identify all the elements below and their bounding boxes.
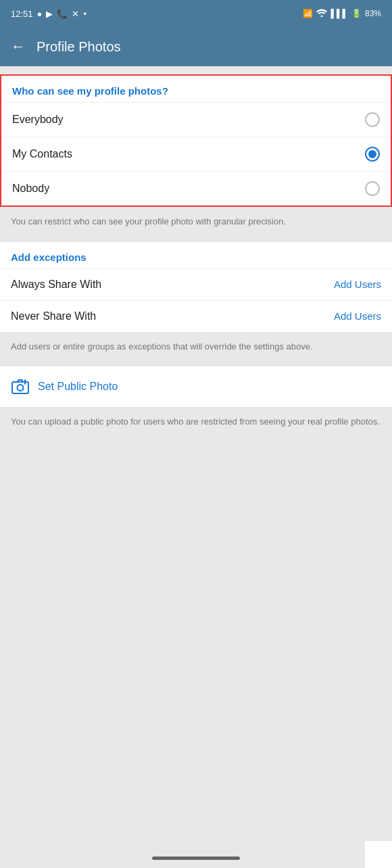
status-right: 📶 ▌▌▌ 🔋 83%	[303, 9, 381, 19]
exceptions-title: Add exceptions	[0, 242, 392, 268]
visibility-section-title: Who can see my profile photos?	[1, 76, 391, 102]
main-content: Who can see my profile photos? Everybody…	[0, 66, 392, 868]
wifi-icon	[316, 9, 327, 19]
bottom-right-decoration	[365, 841, 392, 868]
always-share-row: Always Share With Add Users	[0, 268, 392, 300]
battery-percent: 83%	[365, 9, 381, 18]
youtube-icon: ▶	[46, 9, 53, 19]
svg-point-2	[18, 385, 24, 391]
never-share-label: Never Share With	[11, 310, 96, 322]
never-share-add-users-button[interactable]: Add Users	[334, 310, 381, 322]
divider-2	[0, 361, 392, 366]
never-share-row: Never Share With Add Users	[0, 300, 392, 332]
svg-point-0	[321, 15, 323, 17]
phone-icon: 📞	[57, 9, 68, 19]
option-everybody-radio[interactable]	[365, 112, 380, 127]
exceptions-section: Add exceptions Always Share With Add Use…	[0, 242, 392, 332]
divider-1	[0, 237, 392, 242]
battery-icon: 🔋	[351, 9, 362, 18]
signal-bars-icon: ▌▌▌	[330, 9, 348, 18]
radio-selected-dot	[368, 150, 376, 158]
always-share-add-users-button[interactable]: Add Users	[334, 279, 381, 290]
option-mycontacts-radio[interactable]	[365, 147, 380, 162]
option-mycontacts[interactable]: My Contacts	[1, 137, 391, 171]
back-button[interactable]: ←	[11, 38, 26, 55]
option-nobody-radio[interactable]	[365, 181, 380, 196]
dot-icon: •	[83, 9, 87, 19]
svg-rect-1	[12, 382, 28, 393]
set-public-photo-row[interactable]: Set Public Photo	[0, 366, 392, 407]
time-display: 12:51	[11, 9, 33, 19]
status-bar: 12:51 ● ▶ 📞 ✕ • 📶 ▌▌▌ 🔋 83%	[0, 0, 392, 27]
option-mycontacts-label: My Contacts	[12, 148, 72, 160]
exceptions-description: Add users or entire groups as exceptions…	[0, 332, 392, 362]
option-nobody[interactable]: Nobody	[1, 171, 391, 206]
camera-add-icon	[11, 377, 30, 396]
x-icon: ✕	[72, 9, 79, 19]
option-nobody-label: Nobody	[12, 183, 49, 195]
set-public-photo-label: Set Public Photo	[38, 381, 118, 393]
option-everybody-label: Everybody	[12, 114, 64, 126]
visibility-description: You can restrict who can see your profil…	[0, 207, 392, 237]
visibility-section: Who can see my profile photos? Everybody…	[0, 74, 392, 207]
always-share-label: Always Share With	[11, 279, 101, 291]
option-everybody[interactable]: Everybody	[1, 102, 391, 137]
app-bar: ← Profile Photos	[0, 27, 392, 66]
page-title: Profile Photos	[36, 39, 121, 55]
call-icon: 📶	[303, 9, 313, 18]
public-photo-description: You can upload a public photo for users …	[0, 407, 392, 437]
home-indicator	[152, 857, 240, 860]
signal-icon: ●	[37, 9, 43, 19]
status-left: 12:51 ● ▶ 📞 ✕ •	[11, 9, 87, 19]
